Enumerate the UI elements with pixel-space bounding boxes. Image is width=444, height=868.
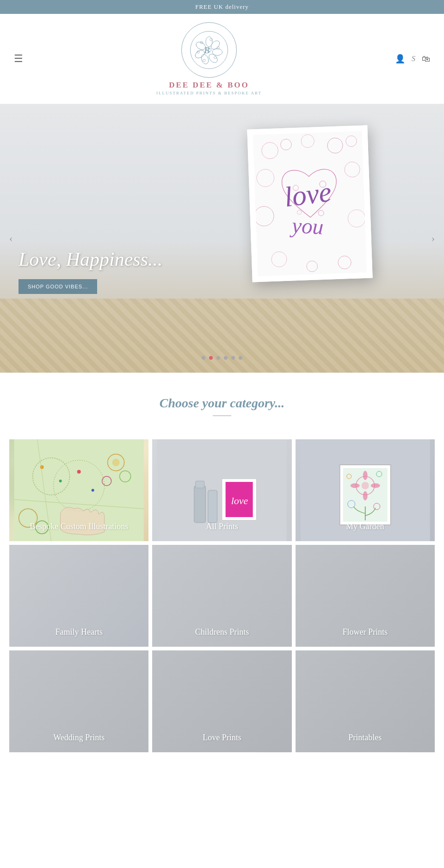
grid-item-mygarden[interactable]: My Garden [296, 439, 435, 541]
svg-text:B: B [204, 45, 210, 55]
flower-label: Flower Prints [296, 619, 435, 647]
print-artwork: love you [253, 131, 367, 276]
category-grid: Bespoke Custom Illustrations love All Pr… [0, 439, 444, 766]
hero-dot-1[interactable] [202, 356, 205, 360]
svg-point-39 [59, 480, 62, 482]
svg-point-45 [112, 459, 120, 466]
category-title: Choose your category... [9, 396, 435, 411]
svg-point-40 [77, 470, 81, 474]
svg-point-11 [214, 56, 216, 59]
category-divider [213, 415, 231, 416]
svg-text:love: love [231, 495, 248, 506]
delivery-banner: FREE UK delivery [0, 0, 444, 14]
hero-tagline: Love, Happiness... [18, 248, 162, 271]
category-section: Choose your category... [0, 373, 444, 439]
svg-rect-52 [196, 481, 204, 488]
svg-point-12 [203, 59, 205, 62]
hero-dot-2[interactable] [209, 356, 213, 360]
svg-point-61 [361, 482, 369, 489]
svg-point-64 [350, 483, 359, 488]
hamburger-menu[interactable]: ☰ [14, 54, 23, 64]
grid-item-bespoke[interactable]: Bespoke Custom Illustrations [9, 439, 148, 541]
svg-point-63 [363, 491, 367, 500]
svg-point-3 [212, 49, 222, 55]
wedding-label: Wedding Prints [9, 725, 148, 752]
bag-icon[interactable]: 🛍 [422, 54, 430, 64]
hero-dot-5[interactable] [231, 356, 235, 360]
hero-pagination [202, 356, 242, 360]
delivery-text: FREE UK delivery [195, 3, 249, 10]
hero-prev-arrow[interactable]: ‹ [5, 228, 17, 249]
bespoke-label: Bespoke Custom Illustrations [9, 514, 148, 541]
printables-label: Printables [296, 725, 435, 752]
childrens-label: Childrens Prints [152, 619, 291, 647]
svg-point-38 [40, 465, 44, 469]
search-icon[interactable]: S [412, 55, 415, 63]
grid-item-love[interactable]: Love Prints [152, 650, 291, 752]
svg-text:love: love [283, 175, 333, 212]
mygarden-label: My Garden [296, 514, 435, 541]
hero-dot-6[interactable] [239, 356, 242, 360]
brand-subtitle: ILLUSTRATED PRINTS & BESPOKE ART [23, 91, 395, 95]
grid-item-familyhearts[interactable]: Family Hearts [9, 545, 148, 647]
grid-item-wedding[interactable]: Wedding Prints [9, 650, 148, 752]
header-actions: 👤 S 🛍 [395, 54, 430, 64]
love-label: Love Prints [152, 725, 291, 752]
hero-banner: love you Love, Happiness... SHOP GOOD VI… [0, 104, 444, 373]
grid-item-flower[interactable]: Flower Prints [296, 545, 435, 647]
svg-point-62 [363, 471, 367, 480]
site-header: ☰ B [0, 14, 444, 104]
hero-floor [0, 299, 444, 373]
hero-print-frame: love you [247, 125, 372, 282]
shop-cta-button[interactable]: SHOP GOOD VIBES... [18, 279, 97, 294]
hero-dot-4[interactable] [224, 356, 228, 360]
svg-point-65 [370, 483, 380, 488]
grid-item-printables[interactable]: Printables [296, 650, 435, 752]
grid-item-allprints[interactable]: love All Prints [152, 439, 291, 541]
hamburger-icon: ☰ [14, 54, 23, 64]
logo-area: B DEE DEE & BOO ILLUSTRATED PRINTS & BES… [23, 22, 395, 95]
svg-point-41 [92, 489, 94, 492]
user-icon[interactable]: 👤 [395, 54, 405, 64]
logo-svg: B [188, 29, 230, 71]
allprints-label: All Prints [152, 514, 291, 541]
grid-item-childrens[interactable]: Childrens Prints [152, 545, 291, 647]
logo-circle: B [181, 22, 237, 78]
brand-name: DEE DEE & BOO [23, 81, 395, 90]
svg-text:you: you [290, 213, 324, 239]
hero-next-arrow[interactable]: › [427, 228, 439, 249]
familyhearts-label: Family Hearts [9, 619, 148, 647]
hero-dot-3[interactable] [216, 356, 220, 360]
